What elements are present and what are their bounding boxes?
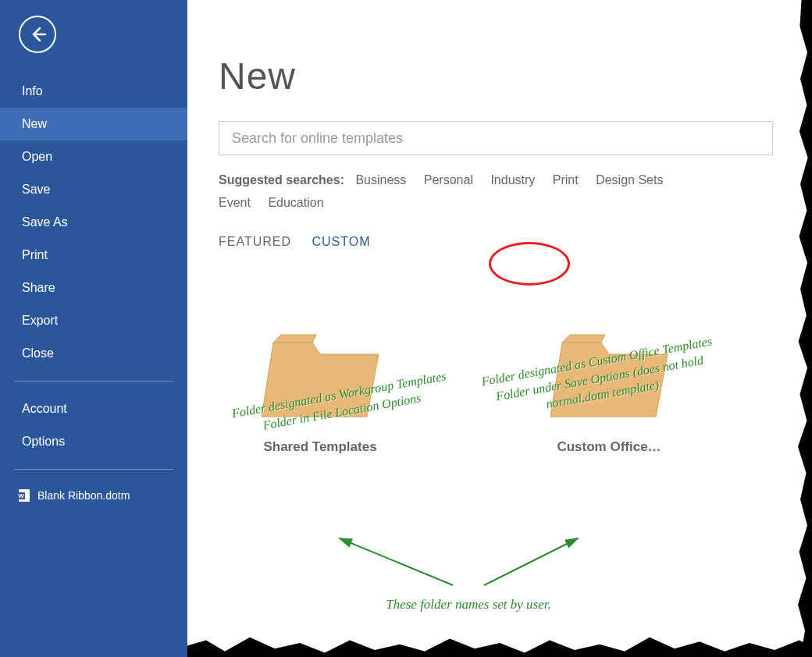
nav-print[interactable]: Print bbox=[0, 239, 187, 272]
suggestion-personal[interactable]: Personal bbox=[424, 173, 473, 186]
nav-divider-2 bbox=[14, 469, 173, 470]
template-label: Shared Templates bbox=[263, 439, 376, 455]
recent-file-label: Blank Ribbon.dotm bbox=[37, 489, 130, 502]
nav-options[interactable]: Options bbox=[0, 425, 187, 458]
nav-divider bbox=[14, 381, 173, 382]
nav-close[interactable]: Close bbox=[0, 337, 187, 370]
template-shared[interactable]: Shared Templates bbox=[242, 319, 398, 455]
backstage-sidebar: Info New Open Save Save As Print Share E… bbox=[0, 0, 187, 657]
suggestion-design-sets[interactable]: Design Sets bbox=[596, 173, 663, 186]
nav-export[interactable]: Export bbox=[0, 304, 187, 337]
nav-info[interactable]: Info bbox=[0, 75, 187, 108]
nav-save-as[interactable]: Save As bbox=[0, 206, 187, 239]
suggestion-education[interactable]: Education bbox=[268, 196, 323, 209]
nav-save[interactable]: Save bbox=[0, 173, 187, 206]
backstage-main: New Suggested searches: Business Persona… bbox=[187, 0, 812, 657]
templates-grid: Shared Templates Custom Office… bbox=[219, 319, 812, 455]
suggestion-industry[interactable]: Industry bbox=[490, 173, 535, 186]
nav-account[interactable]: Account bbox=[0, 392, 187, 425]
suggestion-print[interactable]: Print bbox=[553, 173, 579, 186]
word-doc-icon: W bbox=[17, 488, 31, 503]
template-label: Custom Office… bbox=[557, 439, 661, 455]
suggestion-event[interactable]: Event bbox=[219, 196, 251, 209]
search-input[interactable] bbox=[232, 130, 760, 147]
nav-list: Info New Open Save Save As Print Share E… bbox=[0, 61, 187, 510]
suggestions-label: Suggested searches: bbox=[219, 173, 344, 186]
nav-share[interactable]: Share bbox=[0, 272, 187, 304]
nav-open[interactable]: Open bbox=[0, 140, 187, 173]
template-tabs: FEATURED CUSTOM bbox=[219, 235, 812, 249]
suggested-searches: Suggested searches: Business Personal In… bbox=[219, 169, 773, 215]
tab-custom[interactable]: CUSTOM bbox=[312, 235, 371, 248]
svg-text:W: W bbox=[18, 492, 24, 499]
recent-file-item[interactable]: W Blank Ribbon.dotm bbox=[0, 481, 187, 510]
tab-featured[interactable]: FEATURED bbox=[219, 235, 291, 248]
back-button[interactable] bbox=[19, 16, 56, 53]
folder-icon bbox=[258, 319, 383, 421]
suggestion-business[interactable]: Business bbox=[355, 173, 406, 186]
template-custom-office[interactable]: Custom Office… bbox=[531, 319, 687, 455]
search-box[interactable] bbox=[219, 121, 773, 155]
nav-new[interactable]: New bbox=[0, 108, 187, 140]
folder-icon bbox=[547, 319, 671, 421]
page-title: New bbox=[219, 55, 812, 98]
